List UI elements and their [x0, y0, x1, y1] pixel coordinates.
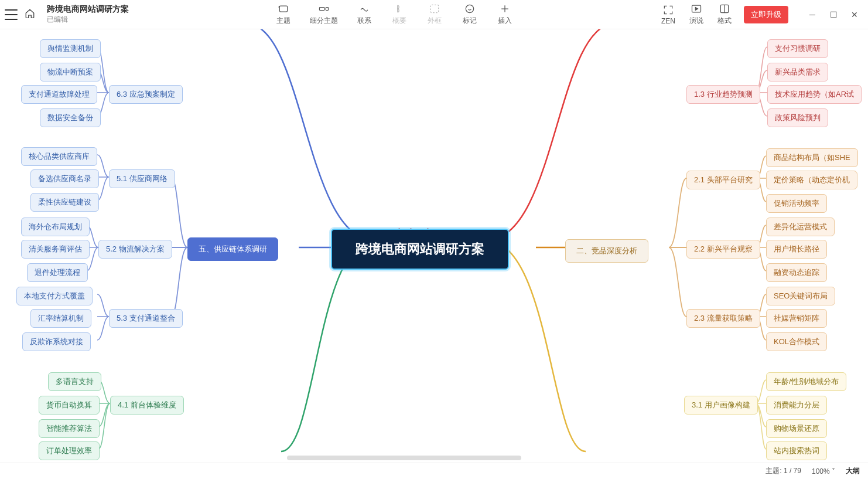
leaf-node[interactable]: 用户增长路径 [766, 240, 827, 259]
root-node[interactable]: 跨境电商网站调研方案 [331, 229, 509, 270]
leaf-node[interactable]: 反欺诈系统对接 [22, 332, 91, 351]
leaf-node[interactable]: 融资动态追踪 [766, 263, 827, 282]
svg-rect-2 [326, 8, 328, 11]
node-2-3[interactable]: 2.3 流量获取策略 [686, 309, 760, 328]
leaf-node[interactable]: 货币自动换算 [39, 396, 100, 415]
leaf-node[interactable]: 年龄/性别/地域分布 [766, 372, 846, 391]
leaf-node[interactable]: 清关服务商评估 [21, 240, 90, 259]
doc-title: 跨境电商网站调研方案 [47, 4, 129, 15]
titlebar: 跨境电商网站调研方案 已编辑 主题 细分主题 联系 概要 外框 标记 插入 ZE… [0, 0, 868, 29]
svg-rect-0 [279, 6, 287, 12]
tool-format[interactable]: 格式 [716, 3, 733, 26]
node-1-3[interactable]: 1.3 行业趋势预测 [686, 85, 760, 104]
node-2-1[interactable]: 2.1 头部平台研究 [686, 171, 760, 189]
leaf-node[interactable]: 政策风险预判 [767, 108, 828, 127]
horizontal-scrollbar[interactable] [287, 456, 521, 460]
leaf-node[interactable]: KOL合作模式 [766, 332, 827, 351]
leaf-node[interactable]: 智能推荐算法 [39, 419, 100, 438]
node-5[interactable]: 五、供应链体系调研 [187, 237, 278, 261]
leaf-node[interactable]: 订单处理效率 [39, 441, 100, 460]
tool-zen[interactable]: ZEN [659, 4, 677, 25]
tool-boundary: 外框 [426, 3, 443, 26]
topic-count: 主题: 1 / 79 [766, 466, 801, 476]
leaf-node[interactable]: 多语言支持 [48, 372, 101, 391]
leaf-node[interactable]: 技术应用趋势（如AR试 [767, 85, 862, 104]
leaf-node[interactable]: 支付通道故障处理 [21, 85, 97, 104]
statusbar: 主题: 1 / 79 100% ˅ 大纲 [0, 463, 868, 479]
leaf-node[interactable]: 备选供应商名录 [30, 169, 99, 188]
home-icon[interactable] [25, 8, 35, 21]
window-maximize-icon[interactable]: ☐ [828, 10, 839, 19]
leaf-node[interactable]: 消费能力分层 [766, 396, 827, 415]
leaf-node[interactable]: 数据安全备份 [40, 108, 101, 127]
node-6-3[interactable]: 6.3 应急预案制定 [109, 85, 183, 104]
leaf-node[interactable]: 物流中断预案 [40, 63, 101, 81]
window-close-icon[interactable]: ✕ [849, 10, 860, 19]
svg-rect-3 [430, 5, 438, 12]
leaf-node[interactable]: 新兴品类需求 [767, 63, 828, 81]
leaf-node[interactable]: 柔性供应链建设 [30, 193, 99, 212]
window-minimize-icon[interactable]: ─ [807, 10, 818, 19]
doc-status: 已编辑 [47, 15, 129, 25]
leaf-node[interactable]: 本地支付方式覆盖 [16, 287, 93, 305]
leaf-node[interactable]: 购物场景还原 [766, 419, 827, 438]
tool-insert[interactable]: 插入 [496, 3, 514, 26]
node-2[interactable]: 二、竞品深度分析 [565, 239, 648, 263]
upgrade-button[interactable]: 立即升级 [744, 6, 788, 23]
leaf-node[interactable]: 支付习惯调研 [767, 39, 828, 58]
tool-relation[interactable]: 联系 [356, 3, 373, 26]
tool-present[interactable]: 演说 [688, 3, 705, 26]
outline-toggle[interactable]: 大纲 [846, 466, 860, 476]
leaf-node[interactable]: 促销活动频率 [766, 194, 827, 213]
svg-rect-1 [320, 8, 324, 11]
leaf-node[interactable]: 海外仓布局规划 [21, 218, 90, 236]
leaf-node[interactable]: SEO关键词布局 [766, 287, 835, 305]
zoom-level[interactable]: 100% ˅ [812, 467, 835, 475]
leaf-node[interactable]: 差异化运营模式 [766, 218, 835, 236]
leaf-node[interactable]: 站内搜索热词 [766, 441, 827, 460]
node-2-2[interactable]: 2.2 新兴平台观察 [686, 240, 760, 259]
node-5-2[interactable]: 5.2 物流解决方案 [98, 240, 172, 259]
tool-summary: 概要 [391, 3, 408, 26]
leaf-node[interactable]: 社媒营销矩阵 [766, 309, 827, 328]
node-5-3[interactable]: 5.3 支付通道整合 [109, 309, 183, 328]
svg-point-4 [466, 5, 473, 12]
leaf-node[interactable]: 商品结构布局（如SHE [766, 148, 858, 167]
leaf-node[interactable]: 退件处理流程 [27, 263, 88, 282]
tool-marker[interactable]: 标记 [461, 3, 479, 26]
mindmap-canvas[interactable]: est songshuhezi.com 跨境电商网站调研方案 6.3 应急预案制… [0, 29, 868, 463]
leaf-node[interactable]: 核心品类供应商库 [21, 147, 97, 166]
tool-theme[interactable]: 主题 [275, 3, 292, 26]
leaf-node[interactable]: 舆情监测机制 [40, 39, 101, 58]
menu-icon[interactable] [5, 9, 18, 20]
node-3-1[interactable]: 3.1 用户画像构建 [684, 396, 758, 415]
node-4-1[interactable]: 4.1 前台体验维度 [110, 396, 184, 415]
toolbar: 主题 细分主题 联系 概要 外框 标记 插入 [129, 3, 659, 26]
leaf-node[interactable]: 定价策略（动态定价机 [766, 171, 857, 189]
leaf-node[interactable]: 汇率结算机制 [30, 309, 91, 328]
node-5-1[interactable]: 5.1 供应商网络 [109, 169, 175, 188]
tool-subtopic[interactable]: 细分主题 [310, 3, 338, 26]
